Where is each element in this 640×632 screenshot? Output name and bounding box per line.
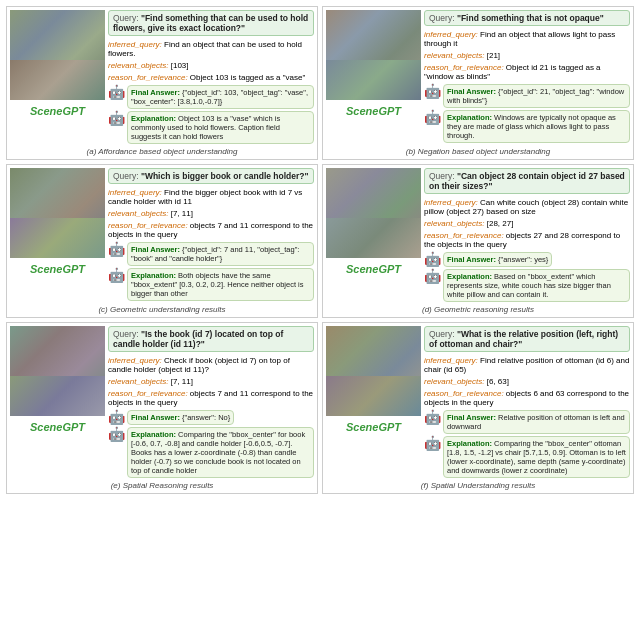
cell-inner-f: SceneGPT Query: "What is the relative po… — [326, 326, 630, 478]
query-label-d: Query: — [429, 171, 457, 181]
explanation-robot-row-a: 🤖 Explanation: Object 103 is a "vase" wh… — [108, 111, 314, 144]
query-box-f: Query: "What is the relative position (l… — [424, 326, 630, 352]
final-robot-row-d: 🤖 Final Answer: {"answer": yes} — [424, 252, 630, 267]
final-robot-row-b: 🤖 Final Answer: {"object_id": 21, "objec… — [424, 84, 630, 108]
final-text-e: {"answer": No} — [182, 413, 230, 422]
final-robot-row-f: 🤖 Final Answer: Relative position of ott… — [424, 410, 630, 434]
relevant-row-d: relevant_objects: [28, 27] — [424, 219, 630, 228]
query-text-f: "What is the relative position (left, ri… — [429, 329, 618, 349]
query-box-b: Query: "Find something that is not opaqu… — [424, 10, 630, 26]
reason-label-a: reason_for_relevance: — [108, 73, 190, 82]
query-label-a: Query: — [113, 13, 141, 23]
chat-area-e: Query: "Is the book (id 7) located on to… — [108, 326, 314, 478]
explanation-label-d: Explanation: — [447, 272, 494, 281]
scene-image-e — [10, 326, 105, 416]
final-text-d: {"answer": yes} — [498, 255, 548, 264]
inferred-label-e: inferred_query: — [108, 356, 164, 365]
reason-label-b: reason_for_relevance: — [424, 63, 506, 72]
robot-icon-exp-c: 🤖 — [108, 268, 125, 282]
reason-label-f: reason_for_relevance: — [424, 389, 506, 398]
inferred-row-b: inferred_query: Find an object that allo… — [424, 30, 630, 48]
final-bubble-d: Final Answer: {"answer": yes} — [443, 252, 552, 267]
relevant-text-e: [7, 11] — [171, 377, 193, 386]
relevant-row-b: relevant_objects: [21] — [424, 51, 630, 60]
reason-label-c: reason_for_relevance: — [108, 221, 190, 230]
robot-icon-exp-d: 🤖 — [424, 269, 441, 283]
relevant-label-b: relevant_objects: — [424, 51, 487, 60]
scene-column-b: SceneGPT — [326, 10, 421, 144]
relevant-label-e: relevant_objects: — [108, 377, 171, 386]
query-label-e: Query: — [113, 329, 141, 339]
scene-column-e: SceneGPT — [10, 326, 105, 478]
chat-area-b: Query: "Find something that is not opaqu… — [424, 10, 630, 144]
inferred-label-c: inferred_query: — [108, 188, 164, 197]
scene-label-e: SceneGPT — [30, 421, 85, 433]
reason-label-d: reason_for_relevance: — [424, 231, 506, 240]
relevant-text-a: [103] — [171, 61, 189, 70]
chat-area-c: Query: "Which is bigger book or candle h… — [108, 168, 314, 302]
reason-row-b: reason_for_relevance: Object id 21 is ta… — [424, 63, 630, 81]
explanation-label-f: Explanation: — [447, 439, 494, 448]
final-label-e: Final Answer: — [131, 413, 182, 422]
final-robot-row-a: 🤖 Final Answer: {"object_id": 103, "obje… — [108, 85, 314, 109]
reason-row-a: reason_for_relevance: Object 103 is tagg… — [108, 73, 314, 82]
final-bubble-b: Final Answer: {"object_id": 21, "object_… — [443, 84, 630, 108]
robot-icon-final-f: 🤖 — [424, 410, 441, 424]
explanation-bubble-b: Explanation: Windows are typically not o… — [443, 110, 630, 143]
inferred-row-d: inferred_query: Can white couch (object … — [424, 198, 630, 216]
inferred-label-d: inferred_query: — [424, 198, 480, 207]
robot-icon-final-d: 🤖 — [424, 252, 441, 266]
inferred-row-a: inferred_query: Find an object that can … — [108, 40, 314, 58]
chat-area-a: Query: "Find something that can be used … — [108, 10, 314, 144]
final-label-a: Final Answer: — [131, 88, 182, 97]
cell-inner-b: SceneGPT Query: "Find something that is … — [326, 10, 630, 144]
final-bubble-e: Final Answer: {"answer": No} — [127, 410, 234, 425]
explanation-bubble-c: Explanation: Both objects have the same … — [127, 268, 314, 301]
robot-icon-final-e: 🤖 — [108, 410, 125, 424]
final-label-f: Final Answer: — [447, 413, 498, 422]
query-label-f: Query: — [429, 329, 457, 339]
relevant-row-e: relevant_objects: [7, 11] — [108, 377, 314, 386]
query-text-b: "Find something that is not opaque" — [457, 13, 604, 23]
final-label-b: Final Answer: — [447, 87, 498, 96]
robot-icon-exp-b: 🤖 — [424, 110, 441, 124]
explanation-robot-row-b: 🤖 Explanation: Windows are typically not… — [424, 110, 630, 143]
relevant-label-c: relevant_objects: — [108, 209, 171, 218]
cell-a: SceneGPT Query: "Find something that can… — [6, 6, 318, 160]
relevant-text-d: [28, 27] — [487, 219, 514, 228]
scene-label-a: SceneGPT — [30, 105, 85, 117]
explanation-bubble-e: Explanation: Comparing the "bbox_center"… — [127, 427, 314, 478]
scene-image-f — [326, 326, 421, 416]
reason-row-f: reason_for_relevance: objects 6 and 63 c… — [424, 389, 630, 407]
cell-inner-d: SceneGPT Query: "Can object 28 contain o… — [326, 168, 630, 302]
reason-text-a: Object 103 is tagged as a "vase" — [190, 73, 306, 82]
robot-icon-exp-e: 🤖 — [108, 427, 125, 441]
reason-row-d: reason_for_relevance: objects 27 and 28 … — [424, 231, 630, 249]
robot-icon-final-c: 🤖 — [108, 242, 125, 256]
final-robot-row-c: 🤖 Final Answer: {"object_id": 7 and 11, … — [108, 242, 314, 266]
cell-b: SceneGPT Query: "Find something that is … — [322, 6, 634, 160]
cell-caption-f: (f) Spatial Understanding results — [326, 481, 630, 490]
scene-column-d: SceneGPT — [326, 168, 421, 302]
final-label-c: Final Answer: — [131, 245, 182, 254]
relevant-label-a: relevant_objects: — [108, 61, 171, 70]
explanation-robot-row-e: 🤖 Explanation: Comparing the "bbox_cente… — [108, 427, 314, 478]
chat-area-f: Query: "What is the relative position (l… — [424, 326, 630, 478]
inferred-label-a: inferred_query: — [108, 40, 164, 49]
cell-caption-c: (c) Geometric understanding results — [10, 305, 314, 314]
cell-inner-a: SceneGPT Query: "Find something that can… — [10, 10, 314, 144]
cell-c: SceneGPT Query: "Which is bigger book or… — [6, 164, 318, 318]
cell-caption-a: (a) Affordance based object understandin… — [10, 147, 314, 156]
query-box-e: Query: "Is the book (id 7) located on to… — [108, 326, 314, 352]
explanation-bubble-d: Explanation: Based on "bbox_extent" whic… — [443, 269, 630, 302]
relevant-text-c: [7, 11] — [171, 209, 193, 218]
scene-column-f: SceneGPT — [326, 326, 421, 478]
cell-f: SceneGPT Query: "What is the relative po… — [322, 322, 634, 494]
scene-column-a: SceneGPT — [10, 10, 105, 144]
robot-icon-exp-f: 🤖 — [424, 436, 441, 450]
query-box-c: Query: "Which is bigger book or candle h… — [108, 168, 314, 184]
query-box-d: Query: "Can object 28 contain object id … — [424, 168, 630, 194]
relevant-text-b: [21] — [487, 51, 500, 60]
scene-label-d: SceneGPT — [346, 263, 401, 275]
cell-caption-d: (d) Geometric reasoning results — [326, 305, 630, 314]
